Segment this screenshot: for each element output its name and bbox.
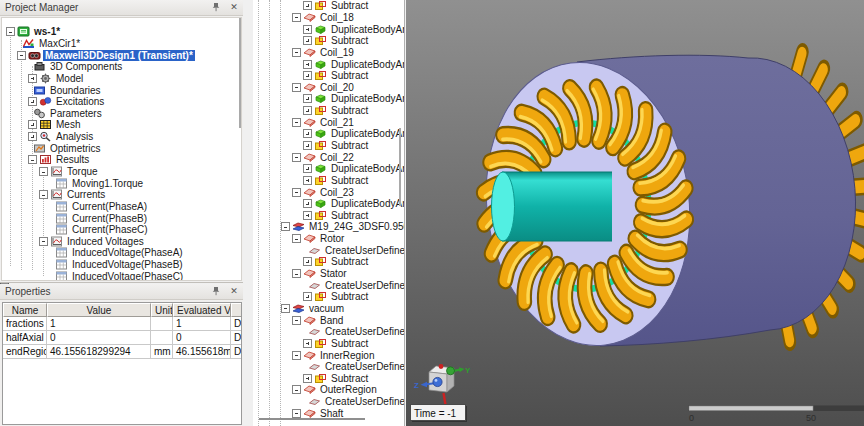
expander-plus[interactable] (303, 129, 312, 138)
close-icon[interactable]: ✕ (228, 2, 240, 14)
tree-item[interactable]: Results (2, 154, 241, 166)
tree-item[interactable]: Rotor (253, 233, 404, 245)
expander-minus[interactable] (39, 190, 48, 199)
tree-item[interactable]: Optimetrics (2, 142, 241, 154)
tree-item[interactable]: M19_24G_3DSF0.950 (253, 221, 404, 233)
expander-plus[interactable] (303, 71, 312, 80)
tree-item[interactable]: Coil_21 (253, 116, 404, 128)
tree-item[interactable]: Induced Voltages (2, 236, 241, 248)
tree-item[interactable]: Subtract (253, 140, 404, 152)
tree-item[interactable]: Current(PhaseA) (2, 201, 241, 213)
pin-icon[interactable] (210, 2, 222, 14)
expander-plus[interactable] (303, 176, 312, 185)
tree-item[interactable]: Maxwell3DDesign1 (Transient)* (2, 49, 241, 61)
expander-minus[interactable] (28, 155, 37, 164)
expander-plus[interactable] (303, 164, 312, 173)
expander-plus[interactable] (303, 211, 312, 220)
tree-item[interactable]: DuplicateBodyArou (253, 58, 404, 70)
tree-item[interactable]: InducedVoltage(PhaseB) (2, 259, 241, 271)
tree-item[interactable]: DuplicateBodyArou (253, 23, 404, 35)
expander-minus[interactable] (6, 27, 15, 36)
expander-minus[interactable] (292, 269, 301, 278)
expander-minus[interactable] (292, 385, 301, 394)
shaft[interactable] (492, 172, 613, 241)
tree-item[interactable]: Subtract (253, 373, 404, 385)
tree-item[interactable]: Subtract (253, 35, 404, 47)
tree-item[interactable]: Analysis (2, 131, 241, 143)
expander-plus[interactable] (28, 120, 37, 129)
expander-plus[interactable] (303, 1, 312, 10)
expander-minus[interactable] (292, 153, 301, 162)
expander-minus[interactable] (281, 222, 290, 231)
expander-minus[interactable] (292, 409, 301, 418)
expander-minus[interactable] (292, 83, 301, 92)
expander-plus[interactable] (28, 74, 37, 83)
tree-item[interactable]: Subtract (253, 210, 404, 222)
expander-minus[interactable] (292, 118, 301, 127)
tree-item[interactable]: InducedVoltage(PhaseC) (2, 270, 241, 281)
expander-plus[interactable] (303, 25, 312, 34)
expander-plus[interactable] (303, 339, 312, 348)
expander-minus[interactable] (39, 237, 48, 246)
tree-item[interactable]: CreateUserDefinedF (253, 279, 404, 291)
3d-viewport[interactable]: Z Y Time = -1 0 (406, 0, 864, 426)
tree-item[interactable]: Parameters (2, 107, 241, 119)
tree-item[interactable]: Boundaries (2, 84, 241, 96)
tree-item[interactable]: Excitations (2, 96, 241, 108)
tree-item[interactable]: Subtract (253, 256, 404, 268)
property-value[interactable]: 1 (47, 317, 151, 331)
tree-item[interactable]: MaxCir1* (2, 38, 241, 50)
expander-plus[interactable] (28, 97, 37, 106)
expander-minus[interactable] (281, 304, 290, 313)
expander-plus[interactable] (303, 199, 312, 208)
tree-item[interactable]: Coil_23 (253, 186, 404, 198)
tree-item[interactable]: CreateUserDefinedF (253, 244, 404, 256)
pm-vertical-scrollbar[interactable] (239, 18, 241, 128)
property-value[interactable]: 46.155618299294 (47, 345, 151, 359)
tree-item[interactable]: Coil_22 (253, 151, 404, 163)
expander-plus[interactable] (303, 257, 312, 266)
expander-plus[interactable] (303, 36, 312, 45)
tree-item[interactable]: InducedVoltage(PhaseA) (2, 247, 241, 259)
tree-item[interactable]: DuplicateBodyArou (253, 128, 404, 140)
expander-minus[interactable] (292, 316, 301, 325)
model-vertical-scrollbar[interactable] (399, 128, 401, 206)
tree-item[interactable]: Subtract (253, 175, 404, 187)
tree-item[interactable]: DuplicateBodyArou (253, 93, 404, 105)
tree-item[interactable]: Current(PhaseB) (2, 212, 241, 224)
expander-minus[interactable] (39, 167, 48, 176)
tree-item[interactable]: CreateUserDefinedF (253, 396, 404, 408)
expander-plus[interactable] (303, 141, 312, 150)
tree-item[interactable]: Model (2, 73, 241, 85)
model-horizontal-scrollbar[interactable] (259, 418, 365, 420)
close-icon[interactable]: ✕ (228, 286, 240, 298)
pin-icon[interactable] (210, 286, 222, 298)
expander-plus[interactable] (303, 374, 312, 383)
expander-minus[interactable] (292, 13, 301, 22)
tree-item[interactable]: Mesh (2, 119, 241, 131)
tree-item[interactable]: vacuum (253, 303, 404, 315)
expander-minus[interactable] (292, 351, 301, 360)
slider-thumb[interactable] (689, 406, 813, 411)
tree-item[interactable]: CreateUserDefinedF (253, 361, 404, 373)
expander-plus[interactable] (303, 94, 312, 103)
tree-item[interactable]: CreateUserDefinedF (253, 326, 404, 338)
tree-item[interactable]: Subtract (253, 105, 404, 117)
tree-item[interactable]: Subtract (253, 0, 404, 12)
expander-plus[interactable] (303, 292, 312, 301)
tree-item[interactable]: Moving1.Torque (2, 177, 241, 189)
expander-minus[interactable] (292, 48, 301, 57)
tree-item[interactable]: Current(PhaseC) (2, 224, 241, 236)
tree-item[interactable]: DuplicateBodyArou (253, 198, 404, 210)
tree-item[interactable]: 3D Components (2, 61, 241, 73)
tree-item[interactable]: Stator (253, 268, 404, 280)
expander-minus[interactable] (17, 51, 26, 60)
expander-plus[interactable] (28, 132, 37, 141)
tree-item[interactable]: Currents (2, 189, 241, 201)
tree-item[interactable]: Torque (2, 166, 241, 178)
property-value[interactable]: 0 (47, 331, 151, 345)
expander-plus[interactable] (303, 60, 312, 69)
tree-item[interactable]: Subtract (253, 338, 404, 350)
tree-item[interactable]: Subtract (253, 291, 404, 303)
expander-plus[interactable] (303, 106, 312, 115)
